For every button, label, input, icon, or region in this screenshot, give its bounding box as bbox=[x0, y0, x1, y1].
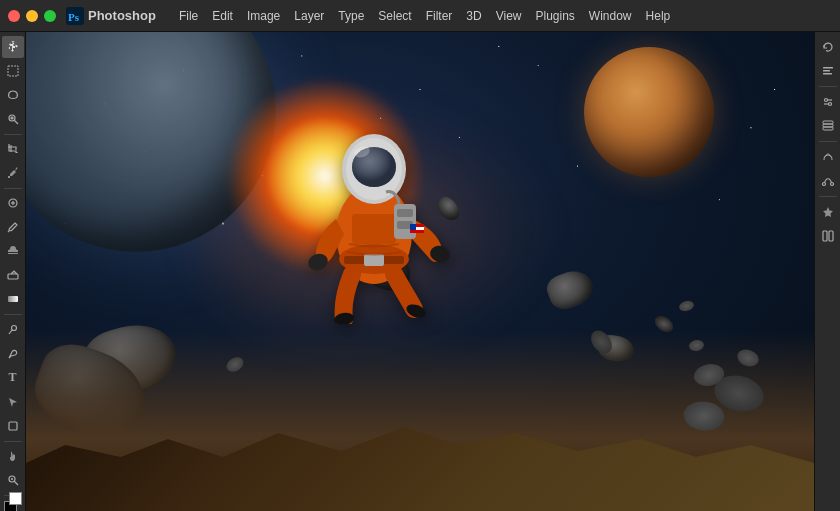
svg-rect-10 bbox=[8, 296, 18, 302]
svg-line-12 bbox=[9, 330, 12, 334]
effects-btn[interactable] bbox=[817, 201, 839, 223]
dodge-tool[interactable] bbox=[2, 319, 24, 341]
move-tool[interactable] bbox=[2, 36, 24, 58]
menu-edit[interactable]: Edit bbox=[205, 0, 240, 32]
channels-panel-btn[interactable] bbox=[817, 146, 839, 168]
svg-point-50 bbox=[822, 183, 825, 186]
eraser-tool[interactable] bbox=[2, 264, 24, 286]
maximize-button[interactable] bbox=[44, 10, 56, 22]
menu-layer[interactable]: Layer bbox=[287, 0, 331, 32]
menu-select[interactable]: Select bbox=[371, 0, 418, 32]
menu-plugins[interactable]: Plugins bbox=[529, 0, 582, 32]
rock-cluster-right bbox=[684, 311, 764, 431]
menu-file[interactable]: File bbox=[172, 0, 205, 32]
titlebar: Ps Photoshop File Edit Image Layer Type … bbox=[0, 0, 840, 32]
crop-tool[interactable] bbox=[2, 138, 24, 160]
space-scene bbox=[26, 32, 814, 511]
libraries-btn[interactable] bbox=[817, 225, 839, 247]
shape-tool[interactable] bbox=[2, 415, 24, 437]
healing-tool[interactable] bbox=[2, 192, 24, 214]
background-swatch bbox=[9, 492, 22, 505]
svg-point-45 bbox=[824, 99, 827, 102]
svg-rect-54 bbox=[829, 231, 833, 241]
path-select-tool[interactable] bbox=[2, 391, 24, 413]
paths-panel-btn[interactable] bbox=[817, 170, 839, 192]
minimize-button[interactable] bbox=[26, 10, 38, 22]
zoom-tool[interactable] bbox=[2, 469, 24, 491]
right-sep-3 bbox=[819, 196, 837, 197]
eyedropper-tool[interactable] bbox=[2, 162, 24, 184]
history-panel-btn[interactable] bbox=[817, 36, 839, 58]
svg-rect-40 bbox=[823, 67, 833, 69]
canvas-area[interactable] bbox=[26, 32, 814, 511]
menu-filter[interactable]: Filter bbox=[419, 0, 460, 32]
brush-tool[interactable] bbox=[2, 216, 24, 238]
svg-rect-42 bbox=[823, 73, 832, 75]
planet-right bbox=[584, 47, 714, 177]
svg-rect-49 bbox=[823, 121, 833, 124]
main-layout: T bbox=[0, 32, 840, 511]
svg-rect-22 bbox=[364, 254, 384, 266]
svg-text:Ps: Ps bbox=[68, 11, 80, 23]
close-button[interactable] bbox=[8, 10, 20, 22]
menu-view[interactable]: View bbox=[489, 0, 529, 32]
quick-select-tool[interactable] bbox=[2, 108, 24, 130]
menu-window[interactable]: Window bbox=[582, 0, 639, 32]
text-tool[interactable]: T bbox=[2, 367, 24, 389]
foreground-color[interactable] bbox=[4, 501, 22, 505]
app-icon: Ps bbox=[66, 7, 84, 25]
svg-point-5 bbox=[11, 117, 13, 119]
traffic-lights bbox=[8, 10, 56, 22]
app-name: Photoshop bbox=[88, 8, 156, 23]
svg-rect-39 bbox=[410, 224, 416, 230]
layers-panel-btn[interactable] bbox=[817, 115, 839, 137]
svg-rect-13 bbox=[9, 422, 17, 430]
pen-tool[interactable] bbox=[2, 343, 24, 365]
svg-rect-19 bbox=[352, 214, 396, 244]
stamp-tool[interactable] bbox=[2, 240, 24, 262]
menu-3d[interactable]: 3D bbox=[459, 0, 488, 32]
astronaut bbox=[294, 104, 454, 324]
properties-panel-btn[interactable] bbox=[817, 60, 839, 82]
svg-point-46 bbox=[828, 103, 831, 106]
lasso-tool[interactable] bbox=[2, 84, 24, 106]
svg-rect-53 bbox=[823, 231, 827, 241]
gradient-tool[interactable] bbox=[2, 288, 24, 310]
svg-line-15 bbox=[14, 481, 18, 485]
svg-marker-52 bbox=[823, 207, 833, 217]
svg-point-11 bbox=[11, 325, 16, 330]
menu-type[interactable]: Type bbox=[331, 0, 371, 32]
svg-rect-41 bbox=[823, 70, 830, 72]
right-toolbar bbox=[814, 32, 840, 511]
svg-line-4 bbox=[14, 121, 18, 125]
menu-help[interactable]: Help bbox=[639, 0, 678, 32]
menu-bar: File Edit Image Layer Type Select Filter… bbox=[172, 0, 677, 32]
right-sep-2 bbox=[819, 141, 837, 142]
svg-rect-38 bbox=[410, 230, 424, 233]
svg-rect-34 bbox=[397, 209, 413, 217]
menu-image[interactable]: Image bbox=[240, 0, 287, 32]
svg-point-51 bbox=[830, 183, 833, 186]
hand-tool[interactable] bbox=[2, 445, 24, 467]
svg-rect-2 bbox=[8, 66, 18, 76]
svg-rect-9 bbox=[8, 274, 18, 279]
right-sep-1 bbox=[819, 86, 837, 87]
marquee-tool[interactable] bbox=[2, 60, 24, 82]
adjustments-panel-btn[interactable] bbox=[817, 91, 839, 113]
left-toolbar: T bbox=[0, 32, 26, 511]
